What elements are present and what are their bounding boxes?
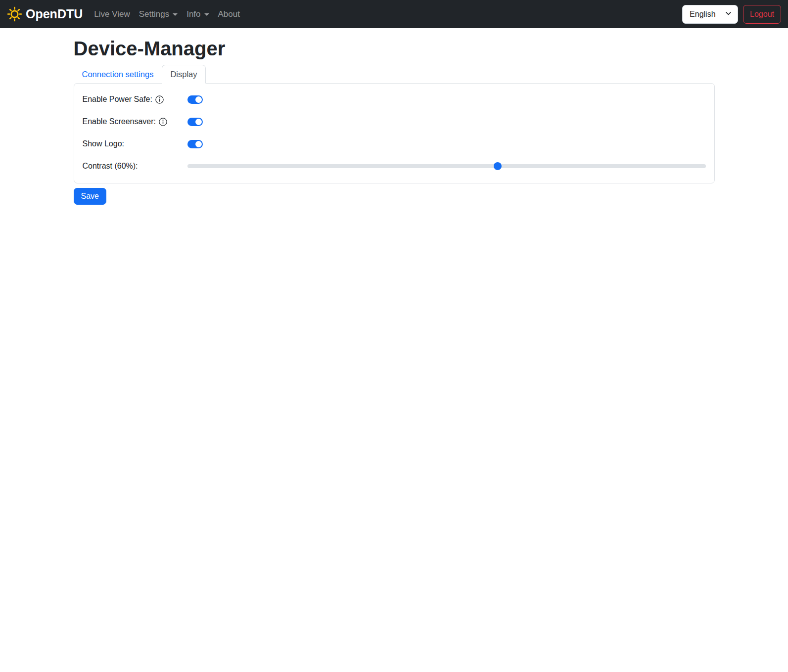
page-title: Device-Manager [74,38,715,60]
toggle-knob [195,96,202,103]
row-enable-screensaver: Enable Screensaver: [83,115,706,128]
nav-item-settings-label: Settings [139,9,169,19]
info-icon[interactable] [155,95,164,104]
save-button[interactable]: Save [74,188,106,205]
show-logo-control [187,139,706,148]
brand-link[interactable]: OpenDTU [7,6,83,22]
nav-item-settings[interactable]: Settings [135,5,182,23]
tab-display-link[interactable]: Display [162,65,205,84]
show-logo-toggle[interactable] [187,140,203,148]
tab-connection-settings-link[interactable]: Connection settings [74,65,162,84]
enable-screensaver-label: Enable Screensaver: [83,117,156,126]
navbar-right: English Logout [682,5,781,24]
tab-display[interactable]: Display [162,65,205,84]
nav-item-about-label: About [218,9,240,19]
display-settings-card: Enable Power Safe: Enable Screensa [74,83,715,183]
brand-label: OpenDTU [26,7,83,21]
contrast-label-wrap: Contrast (60%): [83,162,187,171]
top-navbar: OpenDTU Live View Settings Info About En… [0,0,788,28]
contrast-control [187,162,706,170]
enable-power-safe-label-wrap: Enable Power Safe: [83,95,187,104]
show-logo-label-wrap: Show Logo: [83,139,187,148]
nav-item-live-view-label: Live View [94,9,130,19]
enable-screensaver-toggle[interactable] [187,118,203,126]
tab-connection-settings[interactable]: Connection settings [74,65,162,84]
enable-power-safe-label: Enable Power Safe: [83,95,152,104]
row-enable-power-safe: Enable Power Safe: [83,93,706,106]
row-show-logo: Show Logo: [83,137,706,150]
enable-power-safe-toggle[interactable] [187,95,203,104]
contrast-label: Contrast (60%): [83,162,138,171]
caret-down-icon [204,13,209,16]
info-icon[interactable] [159,118,167,126]
nav-item-info-label: Info [186,9,200,19]
language-select-wrap: English [682,5,738,24]
nav-links: Live View Settings Info About [90,5,244,23]
toggle-knob [195,141,202,147]
nav-item-live-view[interactable]: Live View [90,5,134,23]
enable-power-safe-control [187,95,706,104]
enable-screensaver-control [187,117,706,126]
main-container: Device-Manager Connection settings Displ… [68,38,721,205]
contrast-slider[interactable] [187,162,706,170]
show-logo-label: Show Logo: [83,139,125,148]
tab-bar: Connection settings Display [74,65,715,84]
language-select[interactable]: English [682,5,738,24]
caret-down-icon [173,13,178,16]
toggle-knob [195,119,202,125]
sun-icon [7,6,22,22]
logout-button[interactable]: Logout [743,5,781,24]
nav-item-about[interactable]: About [214,5,244,23]
row-contrast: Contrast (60%): [83,160,706,173]
enable-screensaver-label-wrap: Enable Screensaver: [83,117,187,126]
nav-item-info[interactable]: Info [182,5,213,23]
